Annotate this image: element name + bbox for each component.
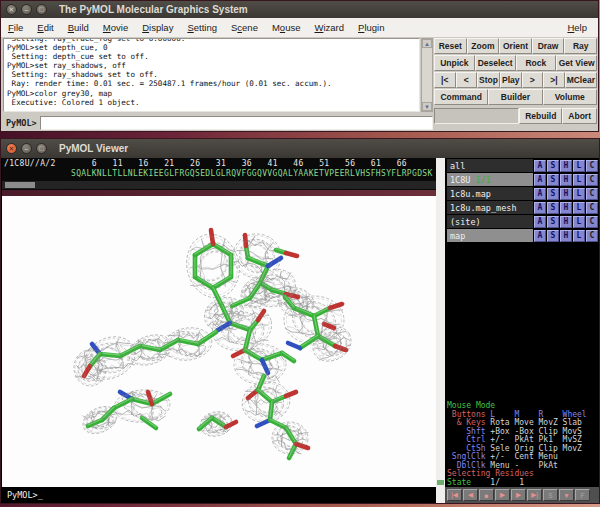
go-to-end[interactable]: ▶| <box>527 489 542 501</box>
h-button-all[interactable]: H <box>560 160 572 172</box>
draw-button[interactable]: Draw <box>532 38 565 54</box>
scroll-up-arrow[interactable]: ▲ <box>422 39 432 48</box>
close-icon: ✕ <box>9 6 15 13</box>
a-button-site[interactable]: A <box>534 216 546 228</box>
object-name-1c8u[interactable]: 1C8U 1/1 <box>447 173 533 186</box>
menu-movie[interactable]: Movie <box>96 20 135 35</box>
btn-button[interactable]: >| <box>543 72 565 88</box>
s-button-1c8u[interactable]: S <box>547 174 559 186</box>
sequence-text[interactable]: SQALKNLLTLLNLEKIEEGLFRGQSEDLGLRQVFGGQVVG… <box>2 169 433 178</box>
h-button-site[interactable]: H <box>560 216 572 228</box>
fullscreen-button[interactable]: F <box>575 489 590 501</box>
a-button-1c8u[interactable]: A <box>534 174 546 186</box>
object-name-site[interactable]: (site) <box>447 215 533 228</box>
object-panel: allASHLC1C8U 1/1ASHLC1c8u.mapASHLC1c8u.m… <box>445 158 599 503</box>
c-button-map[interactable]: C <box>586 230 598 242</box>
scroll-down-arrow[interactable]: ▼ <box>422 102 432 111</box>
c-button-site[interactable]: C <box>586 216 598 228</box>
scene-button[interactable]: S <box>543 489 558 501</box>
viewer-prompt[interactable]: PyMOL>_ <box>2 487 436 503</box>
maximize-button[interactable]: □ <box>36 143 47 154</box>
minimize-button[interactable]: – <box>21 143 32 154</box>
play-button[interactable]: Play <box>500 72 522 88</box>
command-input[interactable] <box>40 116 433 130</box>
menu-wizard[interactable]: Wizard <box>307 20 351 35</box>
step-back[interactable]: ◀ <box>463 489 478 501</box>
menu-down[interactable]: ▼ <box>559 489 574 501</box>
get-view-button[interactable]: Get View <box>556 55 597 71</box>
menu-edit[interactable]: Edit <box>30 20 60 35</box>
main-titlebar[interactable]: ✕ – □ The PyMOL Molecular Graphics Syste… <box>1 1 598 18</box>
l-button-all[interactable]: L <box>573 160 585 172</box>
object-name-map[interactable]: map <box>447 229 533 242</box>
s-button-1c8u-map-mesh[interactable]: S <box>547 202 559 214</box>
btn-button[interactable]: |< <box>434 72 456 88</box>
stop[interactable]: ■ <box>479 489 494 501</box>
mclear-button[interactable]: MClear <box>565 72 597 88</box>
a-button-all[interactable]: A <box>534 160 546 172</box>
step-forward[interactable]: ▶ <box>511 489 526 501</box>
3d-viewport[interactable] <box>2 196 436 487</box>
h-button-map[interactable]: H <box>560 230 572 242</box>
btn-button[interactable]: < <box>456 72 478 88</box>
h-button-1c8u[interactable]: H <box>560 174 572 186</box>
rock-button[interactable]: Rock <box>516 55 557 71</box>
menu-plugin[interactable]: Plugin <box>351 20 391 35</box>
btn-button[interactable]: > <box>522 72 544 88</box>
s-button-1c8u-map[interactable]: S <box>547 188 559 200</box>
object-name-1c8u-map-mesh[interactable]: 1c8u.map_mesh <box>447 201 533 214</box>
c-button-all[interactable]: C <box>586 160 598 172</box>
h-button-1c8u-map-mesh[interactable]: H <box>560 202 572 214</box>
orient-button[interactable]: Orient <box>499 38 532 54</box>
stop-button[interactable]: Stop <box>477 72 500 88</box>
rewind[interactable]: |◀ <box>447 489 462 501</box>
deselect-button[interactable]: Deselect <box>475 55 516 71</box>
l-button-1c8u-map[interactable]: L <box>573 188 585 200</box>
a-button-map[interactable]: A <box>534 230 546 242</box>
l-button-1c8u-map-mesh[interactable]: L <box>573 202 585 214</box>
h-button-1c8u-map[interactable]: H <box>560 188 572 200</box>
mouse-mode-panel: Mouse Mode Buttons L M R Wheel & Keys Ro… <box>447 402 597 487</box>
zoom-button[interactable]: Zoom <box>467 38 500 54</box>
play[interactable]: ▶ <box>495 489 510 501</box>
unpick-button[interactable]: Unpick <box>434 55 475 71</box>
a-button-1c8u-map[interactable]: A <box>534 188 546 200</box>
reset-button[interactable]: Reset <box>434 38 467 54</box>
menu-build[interactable]: Build <box>61 20 96 35</box>
sequence-scroll-thumb[interactable] <box>5 182 35 188</box>
builder-button[interactable]: Builder <box>488 89 542 105</box>
ray-button[interactable]: Ray <box>564 38 597 54</box>
side-scrollbar[interactable] <box>436 158 445 503</box>
close-button[interactable]: ✕ <box>6 4 17 15</box>
l-button-site[interactable]: L <box>573 216 585 228</box>
l-button-1c8u[interactable]: L <box>573 174 585 186</box>
s-button-site[interactable]: S <box>547 216 559 228</box>
menu-display[interactable]: Display <box>135 20 180 35</box>
a-button-1c8u-map-mesh[interactable]: A <box>534 202 546 214</box>
menu-mouse[interactable]: Mouse <box>265 20 308 35</box>
c-button-1c8u-map[interactable]: C <box>586 188 598 200</box>
object-row-map: mapASHLC <box>447 229 599 242</box>
c-button-1c8u-map-mesh[interactable]: C <box>586 202 598 214</box>
minimize-button[interactable]: – <box>21 4 32 15</box>
sequence-ruler: /1C8U//A/2 6 11 16 21 26 31 36 41 46 51 … <box>2 159 407 168</box>
menu-help[interactable]: Help <box>560 20 594 35</box>
rebuild-button[interactable]: Rebuild <box>519 108 562 124</box>
l-button-map[interactable]: L <box>573 230 585 242</box>
abort-button[interactable]: Abort <box>562 108 597 124</box>
menu-scene[interactable]: Scene <box>224 20 265 35</box>
object-name-all[interactable]: all <box>447 159 533 172</box>
console-scrollbar[interactable]: ▲ ▼ <box>421 38 433 112</box>
menu-setting[interactable]: Setting <box>180 20 224 35</box>
maximize-button[interactable]: □ <box>36 4 47 15</box>
menu-file[interactable]: File <box>1 20 30 35</box>
close-button[interactable]: ✕ <box>6 143 17 154</box>
c-button-1c8u[interactable]: C <box>586 174 598 186</box>
object-name-1c8u-map[interactable]: 1c8u.map <box>447 187 533 200</box>
sequence-scrollbar[interactable] <box>2 181 436 189</box>
s-button-all[interactable]: S <box>547 160 559 172</box>
s-button-map[interactable]: S <box>547 230 559 242</box>
viewer-titlebar[interactable]: ✕ – □ PyMOL Viewer <box>1 139 599 158</box>
volume-button[interactable]: Volume <box>543 89 597 105</box>
command-button[interactable]: Command <box>434 89 488 105</box>
